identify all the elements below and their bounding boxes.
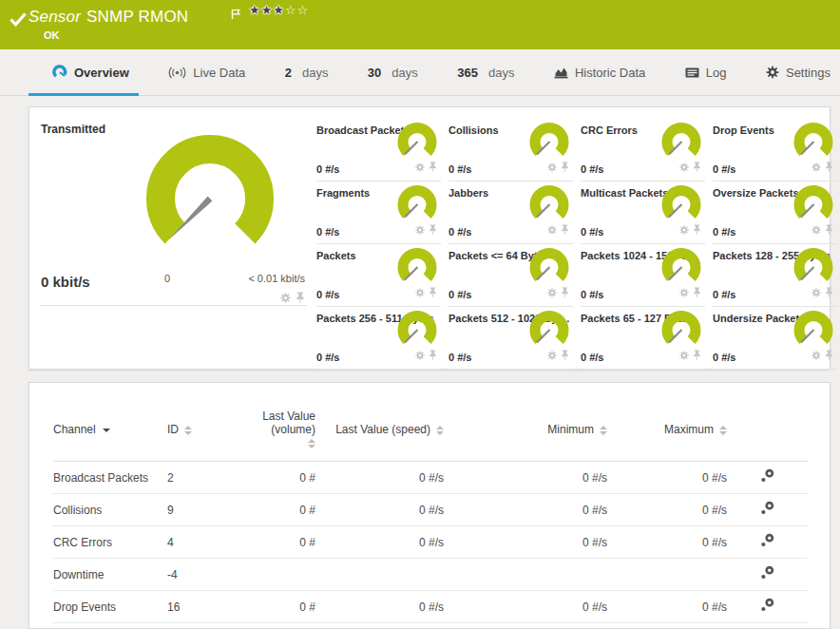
gauge-pin-icon[interactable] <box>561 347 569 364</box>
gauge-gear-icon[interactable] <box>679 221 689 238</box>
mini-gauge-cell[interactable]: Packets 0 #/s <box>316 244 441 307</box>
tab-number: 30 <box>368 66 381 80</box>
mini-gauge-cell[interactable]: Drop Events 0 #/s <box>713 119 837 181</box>
sort-icon <box>436 426 444 435</box>
gauge-pin-icon[interactable] <box>561 221 569 238</box>
gauge-pin-icon[interactable] <box>693 221 701 238</box>
primary-gauge-block[interactable]: Transmitted 0 kbit/s 0 < 0.01 kbit/s <box>41 119 309 369</box>
tab-settings[interactable]: Settings <box>756 49 840 95</box>
flag-icon[interactable] <box>231 7 241 24</box>
mini-gauge-value: 0 #/s <box>713 289 735 300</box>
mini-gauge-cell[interactable]: Fragments 0 #/s <box>316 181 441 244</box>
column-header-last-value-volume[interactable]: Last Value (volume) <box>234 396 315 462</box>
channel-settings-wrench-icon[interactable] <box>760 538 774 551</box>
cell-channel: Drop Events <box>53 591 167 623</box>
mini-gauge-cell[interactable]: Packets 65 - 127 Bytes 0 #/s <box>581 307 705 370</box>
primary-gauge-min: 0 <box>164 273 170 284</box>
gauge-gear-icon[interactable] <box>811 347 821 364</box>
mini-gauge-value: 0 #/s <box>713 226 735 238</box>
cell-minimum: 0 #/s <box>444 494 607 526</box>
mini-gauge-cell[interactable]: Packets 128 - 255 Bytes 0 #/s <box>713 244 837 307</box>
gauge-pin-icon[interactable] <box>825 159 833 176</box>
gauge-gear-icon[interactable] <box>415 221 425 238</box>
mini-gauge-cell[interactable]: Undersize Packets 0 #/s <box>713 307 837 370</box>
cell-channel: Fragments <box>53 623 167 629</box>
cell-channel: Collisions <box>53 494 167 526</box>
gauge-pin-icon[interactable] <box>561 284 569 301</box>
gauge-gear-icon[interactable] <box>415 347 425 364</box>
primary-gauge-value: 0 kbit/s <box>41 274 90 290</box>
overview-gauge-icon <box>52 65 67 80</box>
tab-live-data[interactable]: Live Data <box>159 49 255 95</box>
gauge-pin-icon[interactable] <box>825 284 833 301</box>
tab-log[interactable]: Log <box>676 49 736 95</box>
table-row[interactable]: Fragments 7 0 # 0 #/s 0 #/s 0 #/s <box>53 623 808 629</box>
priority-stars-filled: ★★★ <box>249 3 285 17</box>
mini-gauge-cell[interactable]: Packets <= 64 Byte 0 #/s <box>449 244 573 307</box>
gauge-pin-icon[interactable] <box>693 347 701 364</box>
gauge-pin-icon[interactable] <box>429 284 437 301</box>
gauge-pin-icon[interactable] <box>561 159 569 176</box>
cell-maximum <box>607 559 727 591</box>
channel-settings-wrench-icon[interactable] <box>760 602 774 616</box>
gauge-gear-icon[interactable] <box>679 347 689 364</box>
gauge-pin-icon[interactable] <box>429 159 437 176</box>
sensor-name: SNMP RMON <box>86 8 188 26</box>
channel-settings-wrench-icon[interactable] <box>760 473 774 486</box>
gauge-gear-icon[interactable] <box>415 159 425 176</box>
tab-label: Overview <box>74 66 129 80</box>
table-row[interactable]: Drop Events 16 0 # 0 #/s 0 #/s 0 #/s <box>53 591 808 623</box>
channel-settings-wrench-icon[interactable] <box>760 505 774 519</box>
tab-historic-data[interactable]: Historic Data <box>544 49 655 95</box>
tab-unit: days <box>488 66 514 80</box>
mini-gauge-cell[interactable]: Jabbers 0 #/s <box>449 181 573 244</box>
gauge-pin-icon[interactable] <box>693 159 701 176</box>
mini-gauge-cell[interactable]: Packets 1024 - 1518 B... 0 #/s <box>581 244 705 307</box>
table-row[interactable]: Broadcast Packets 2 0 # 0 #/s 0 #/s 0 #/… <box>53 462 808 494</box>
column-header-channel[interactable]: Channel <box>53 396 167 462</box>
mini-gauge-cell[interactable]: Packets 512 - 1023 Byt... 0 #/s <box>449 307 573 370</box>
mini-gauge-cell[interactable]: Broadcast Packets 0 #/s <box>316 119 441 181</box>
tab-365-days[interactable]: 365days <box>448 49 524 95</box>
settings-gear-icon <box>766 66 779 79</box>
mini-gauge-cell[interactable]: CRC Errors 0 #/s <box>581 119 705 181</box>
gauge-pin-icon[interactable] <box>429 221 437 238</box>
cell-last-value-volume <box>234 559 315 591</box>
mini-gauge-cell[interactable]: Multicast Packets 0 #/s <box>581 181 705 244</box>
column-header-minimum[interactable]: Minimum <box>444 396 607 462</box>
column-header-id[interactable]: ID <box>167 396 234 462</box>
gauge-gear-icon[interactable] <box>811 221 821 238</box>
status-badge: OK <box>44 29 60 41</box>
gauge-pin-icon[interactable] <box>825 221 833 238</box>
priority-stars[interactable]: ★★★☆☆ <box>249 3 309 17</box>
mini-gauge-cell[interactable]: Oversize Packets 0 #/s <box>713 181 837 244</box>
tab-2-days[interactable]: 2days <box>276 49 338 95</box>
table-row[interactable]: Collisions 9 0 # 0 #/s 0 #/s 0 #/s <box>53 494 808 526</box>
gauge-gear-icon[interactable] <box>679 284 689 301</box>
gauge-gear-icon[interactable] <box>415 284 425 301</box>
gauge-gear-icon[interactable] <box>811 159 821 176</box>
gauge-pin-icon[interactable] <box>825 347 833 364</box>
gauge-gear-icon[interactable] <box>547 221 557 238</box>
tab-30-days[interactable]: 30days <box>358 49 428 95</box>
cell-last-value-volume: 0 # <box>234 526 315 559</box>
channel-settings-wrench-icon[interactable] <box>760 570 774 583</box>
cell-maximum: 0 #/s <box>607 623 727 629</box>
cell-id: 9 <box>167 494 234 526</box>
gauge-gear-icon[interactable] <box>547 284 557 301</box>
gauge-gear-icon[interactable] <box>547 159 557 176</box>
tab-overview[interactable]: Overview <box>29 49 139 95</box>
gauge-gear-icon[interactable] <box>679 159 689 176</box>
mini-gauge-cell[interactable]: Collisions 0 #/s <box>449 119 573 181</box>
mini-gauge-cell[interactable]: Packets 256 - 511 Bytes 0 #/s <box>316 307 441 370</box>
cell-last-value-volume: 0 # <box>234 462 315 494</box>
gauge-gear-icon[interactable] <box>811 284 821 301</box>
table-row[interactable]: Downtime -4 <box>53 559 808 591</box>
sensor-kind-label: Sensor <box>29 8 81 26</box>
column-header-last-value-speed[interactable]: Last Value (speed) <box>315 396 444 462</box>
table-row[interactable]: CRC Errors 4 0 # 0 #/s 0 #/s 0 #/s <box>53 526 808 559</box>
gauge-gear-icon[interactable] <box>547 347 557 364</box>
gauge-pin-icon[interactable] <box>429 347 437 364</box>
column-header-maximum[interactable]: Maximum <box>607 396 727 462</box>
gauge-pin-icon[interactable] <box>693 284 701 301</box>
